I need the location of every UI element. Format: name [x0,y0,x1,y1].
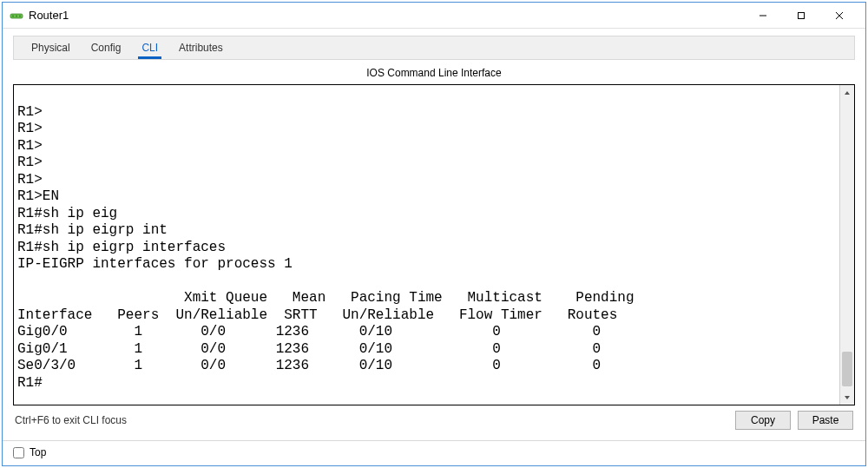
scroll-up-icon[interactable] [840,85,854,100]
svg-marker-9 [845,396,850,399]
titlebar: Router1 [3,3,865,29]
cli-footer: Ctrl+F6 to exit CLI focus Copy Paste [13,405,855,437]
window-title: Router1 [29,9,69,22]
scroll-down-icon[interactable] [840,390,854,405]
body-area: Physical Config CLI Attributes IOS Comma… [3,29,865,440]
cli-hint: Ctrl+F6 to exit CLI focus [15,414,728,426]
terminal-output[interactable]: R1> R1> R1> R1> R1> R1>EN R1#sh ip eig R… [14,85,839,405]
svg-point-3 [19,15,21,16]
maximize-button[interactable] [782,3,820,28]
svg-point-2 [16,15,17,16]
tab-cli[interactable]: CLI [131,38,168,59]
tab-physical[interactable]: Physical [21,38,81,59]
tab-attributes[interactable]: Attributes [168,38,233,59]
cli-header: IOS Command Line Interface [13,63,855,84]
minimize-button[interactable] [744,3,782,28]
scrollbar-thumb[interactable] [842,352,852,386]
cli-panel: IOS Command Line Interface R1> R1> R1> R… [13,63,855,437]
svg-point-1 [12,15,14,16]
top-checkbox[interactable] [13,447,24,458]
copy-button[interactable]: Copy [735,411,791,430]
bottom-bar: Top [3,440,865,465]
terminal-scrollbar[interactable] [839,85,854,405]
tabstrip: Physical Config CLI Attributes [13,36,855,60]
router-icon [10,9,23,23]
top-checkbox-label[interactable]: Top [30,446,46,458]
tab-config[interactable]: Config [81,38,132,59]
paste-button[interactable]: Paste [798,411,853,430]
close-button[interactable] [820,3,858,28]
svg-rect-5 [799,12,805,18]
app-window: Router1 Physical Config CLI Attributes I… [2,2,866,466]
terminal-wrap: R1> R1> R1> R1> R1> R1>EN R1#sh ip eig R… [13,84,855,405]
scrollbar-track[interactable] [840,100,854,390]
svg-marker-8 [845,91,850,95]
